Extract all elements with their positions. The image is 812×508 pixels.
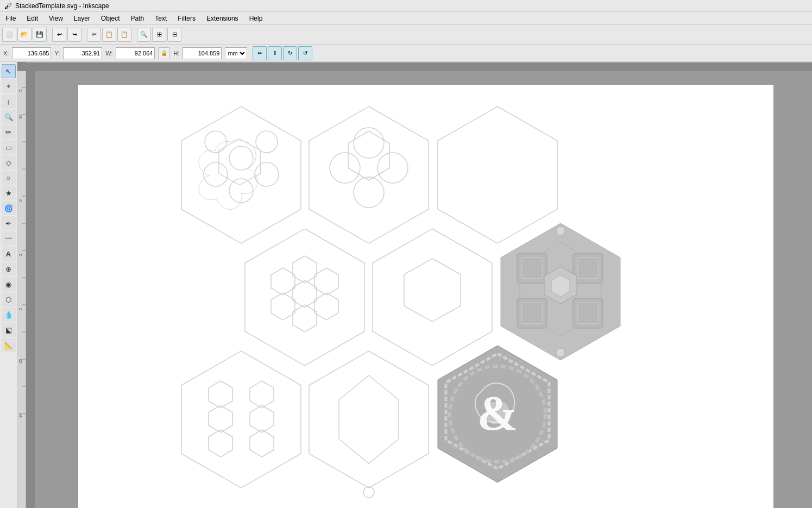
svg-marker-67 — [219, 139, 261, 185]
tweak-tool[interactable]: ↕ — [2, 95, 16, 109]
vertical-ruler: -5 -30 0 2 5 — [17, 71, 26, 508]
menu-item-extensions[interactable]: Extensions — [201, 14, 244, 23]
redo-btn[interactable]: ↪ — [67, 28, 81, 42]
paste-btn[interactable]: 📋 — [117, 28, 131, 42]
cut-btn[interactable]: ✂ — [87, 28, 101, 42]
spiral-tool[interactable]: 🌀 — [2, 201, 16, 215]
coords-bar: X: Y: W: 🔒 H: mm px cm in ⇔ ⇕ ↻ ↺ — [0, 45, 812, 62]
canvas-area[interactable]: -175 -150 -125 -100 -75 -50 -25 0 — [17, 62, 812, 508]
menu-item-layer[interactable]: Layer — [68, 14, 96, 23]
flip-h-btn[interactable]: ⇔ — [253, 46, 267, 60]
undo-btn[interactable]: ↩ — [52, 28, 66, 42]
svg-marker-66 — [181, 106, 301, 243]
h-input[interactable] — [182, 47, 222, 59]
save-btn[interactable]: 💾 — [33, 28, 47, 42]
svg-marker-81 — [245, 229, 364, 366]
menu-bar: FileEditViewLayerObjectPathTextFiltersEx… — [0, 12, 812, 25]
zoom-tool[interactable]: 🔍 — [2, 110, 16, 124]
lock-aspect-btn[interactable]: 🔒 — [158, 47, 170, 59]
svg-point-93 — [556, 348, 565, 357]
svg-marker-106 — [209, 381, 232, 408]
select-tool[interactable]: ↖ — [2, 64, 16, 78]
rect-tool[interactable]: ▭ — [2, 140, 16, 154]
svg-marker-108 — [209, 405, 232, 432]
svg-marker-87 — [271, 293, 295, 320]
svg-text:-25: -25 — [18, 359, 22, 365]
svg-marker-110 — [209, 430, 232, 457]
svg-marker-86 — [293, 305, 317, 332]
ungroup-btn[interactable]: ⊟ — [167, 28, 181, 42]
toolbox: ↖ ⌖ ↕ 🔍 ✏ ▭ ◇ ○ ★ 🌀 ✒ 〰 A ⊕ ◉ ⬡ 💧 ⬕ 📐 — [0, 62, 17, 508]
svg-marker-82 — [293, 280, 317, 308]
new-btn[interactable]: ⬜ — [2, 28, 16, 42]
y-label: Y: — [54, 50, 60, 57]
menu-item-view[interactable]: View — [43, 14, 68, 23]
calligraphy-tool[interactable]: 〰 — [2, 231, 16, 246]
rotate-cw-btn[interactable]: ↻ — [283, 46, 297, 60]
svg-point-73 — [256, 131, 278, 153]
svg-marker-113 — [339, 375, 399, 463]
svg-marker-85 — [314, 293, 338, 320]
unit-select[interactable]: mm px cm in — [225, 47, 247, 59]
pencil-tool[interactable]: ✏ — [2, 125, 16, 139]
svg-text:-30: -30 — [18, 413, 22, 419]
menu-item-help[interactable]: Help — [244, 14, 268, 23]
pen-tool[interactable]: ✒ — [2, 216, 16, 230]
main-area: ↖ ⌖ ↕ 🔍 ✏ ▭ ◇ ○ ★ 🌀 ✒ 〰 A ⊕ ◉ ⬡ 💧 ⬕ 📐 -1… — [0, 62, 812, 508]
svg-point-79 — [377, 153, 408, 183]
svg-marker-89 — [373, 229, 492, 366]
transform-group: ⇔ ⇕ ↻ ↺ — [253, 46, 312, 60]
x-input[interactable] — [12, 47, 51, 59]
copy-btn[interactable]: 📋 — [102, 28, 116, 42]
rotate-ccw-btn[interactable]: ↺ — [298, 46, 312, 60]
window-title: StackedTemplate.svg - Inkscape — [15, 2, 109, 10]
toolbar: ⬜ 📂 💾 ↩ ↪ ✂ 📋 📋 🔍 ⊞ ⊟ — [0, 25, 812, 45]
svg-point-76 — [354, 128, 384, 158]
svg-drawing[interactable]: .hex-outline { fill: none; stroke: #d0d0… — [78, 85, 773, 508]
w-label: W: — [105, 50, 112, 57]
svg-marker-83 — [293, 256, 317, 283]
y-input[interactable] — [63, 47, 102, 59]
svg-point-78 — [330, 153, 360, 183]
svg-marker-105 — [181, 351, 301, 488]
menu-item-filters[interactable]: Filters — [172, 14, 201, 23]
svg-marker-84 — [314, 268, 338, 295]
svg-marker-111 — [250, 430, 274, 457]
svg-rect-45 — [17, 71, 26, 508]
app-icon: 🖋 — [4, 2, 12, 10]
svg-marker-74 — [309, 106, 429, 243]
ellipse-tool[interactable]: ○ — [2, 171, 16, 185]
x-label: X: — [3, 50, 9, 57]
star-tool[interactable]: ★ — [2, 186, 16, 200]
text-tool[interactable]: A — [2, 247, 16, 261]
zoom-in-btn[interactable]: 🔍 — [137, 28, 151, 42]
bucket-tool[interactable]: ⬡ — [2, 292, 16, 306]
spray-tool[interactable]: ⊕ — [2, 262, 16, 276]
menu-item-object[interactable]: Object — [96, 14, 125, 23]
svg-text:2: 2 — [18, 254, 22, 256]
3d-box-tool[interactable]: ◇ — [2, 155, 16, 170]
h-label: H: — [173, 50, 179, 57]
menu-item-path[interactable]: Path — [125, 14, 150, 23]
group-btn[interactable]: ⊞ — [152, 28, 166, 42]
svg-text:0: 0 — [18, 199, 22, 202]
menu-item-edit[interactable]: Edit — [21, 14, 43, 23]
eraser-tool[interactable]: ◉ — [2, 277, 16, 291]
menu-item-file[interactable]: File — [0, 14, 21, 23]
open-btn[interactable]: 📂 — [17, 28, 32, 42]
svg-point-77 — [354, 177, 384, 208]
menu-item-text[interactable]: Text — [149, 14, 172, 23]
connector-tool[interactable]: ⬕ — [2, 323, 16, 337]
flip-v-btn[interactable]: ⇕ — [268, 46, 282, 60]
svg-point-69 — [229, 179, 253, 203]
svg-marker-109 — [250, 405, 274, 432]
node-tool[interactable]: ⌖ — [2, 79, 16, 93]
svg-marker-80 — [438, 106, 557, 243]
svg-point-114 — [363, 487, 374, 498]
w-input[interactable] — [116, 47, 155, 59]
dropper-tool[interactable]: 💧 — [2, 308, 16, 322]
svg-text:-30: -30 — [18, 115, 22, 120]
measure-tool[interactable]: 📐 — [2, 338, 16, 352]
svg-marker-107 — [250, 381, 274, 408]
svg-point-68 — [229, 146, 253, 170]
